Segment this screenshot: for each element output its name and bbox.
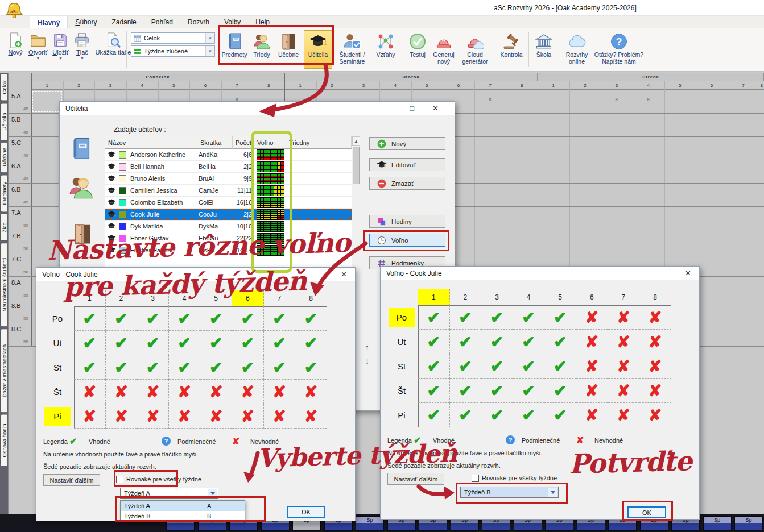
sidebar-tab-osnova-hod-n[interactable]: Osnova hodín xyxy=(0,414,7,467)
selected-timetable-cell[interactable] xyxy=(32,91,62,112)
period-header[interactable]: 4 xyxy=(513,289,545,305)
day-label-po[interactable]: Po xyxy=(389,308,415,327)
ribbon-triedy-button[interactable]: Triedy xyxy=(250,30,273,69)
class-cell-8-a[interactable]: 8.A55 xyxy=(8,276,31,300)
availability-cell[interactable]: ✔ xyxy=(74,306,106,331)
sidebar-tab-dozor-v-miestnostiach[interactable]: Dozor v miestnostiach xyxy=(0,329,7,413)
availability-cell[interactable]: ✔ xyxy=(418,403,450,427)
menu-tab-rozvrh[interactable]: Rozvrh xyxy=(180,16,217,28)
dialog-title-bar[interactable]: Voľno - Cook Julie xyxy=(381,267,699,280)
availability-cell[interactable]: ✔ xyxy=(295,355,327,380)
teacher-row-ebner-gustav[interactable]: Ebner GustavEbnGu22|22 xyxy=(105,232,352,244)
day-label-ut[interactable]: Ut xyxy=(44,334,71,352)
availability-cell[interactable]: ✔ xyxy=(418,305,450,330)
sidebar-tab-iaci[interactable]: Žiaci xyxy=(0,214,7,241)
availability-cell[interactable]: ✔ xyxy=(513,330,545,354)
period-header[interactable]: 3 xyxy=(137,290,169,306)
class-cell-7-b[interactable]: 7.B50 xyxy=(8,230,31,253)
availability-cell[interactable]: ✔ xyxy=(169,355,201,380)
column-header-triedny[interactable]: Triedny xyxy=(286,136,346,149)
chevron-down-icon[interactable]: ▾ xyxy=(81,56,83,61)
ribbon-nov-button[interactable]: Nový xyxy=(6,31,25,56)
hodiny-button[interactable]: Hodiny xyxy=(369,215,445,228)
period-header[interactable]: 5 xyxy=(544,289,576,305)
menu-tab-s-bory[interactable]: Súbory xyxy=(68,16,104,28)
editova-button[interactable]: Editovať xyxy=(369,158,445,171)
close-icon[interactable]: ✕ xyxy=(341,270,347,279)
sidebar-tab-celok[interactable]: Celok xyxy=(0,74,7,101)
nov-button[interactable]: Nový xyxy=(369,137,445,150)
day-label-pi[interactable]: Pi xyxy=(389,406,415,425)
menu-tab-zadanie[interactable]: Zadanie xyxy=(104,16,143,28)
availability-cell[interactable]: ✘ xyxy=(137,404,169,429)
dialog-title-bar[interactable]: Voľno - Cook Julie xyxy=(36,268,355,281)
availability-cell[interactable]: ✘ xyxy=(639,330,671,354)
sidebar-tab-u-ebne[interactable]: Učebne xyxy=(0,142,7,173)
availability-cell[interactable]: ✘ xyxy=(264,404,296,429)
week-option-t-de-a[interactable]: Týždeň AA xyxy=(121,501,245,511)
day-label-pi[interactable]: Pi xyxy=(44,407,71,426)
class-cell-8-c[interactable]: 8.C55 xyxy=(8,323,31,346)
chevron-down-icon[interactable]: ▼ xyxy=(205,46,214,56)
ribbon-u-itelia-button[interactable]: Učitelia xyxy=(304,30,332,69)
availability-cell[interactable]: ✘ xyxy=(200,380,232,404)
availability-cell[interactable]: ✘ xyxy=(639,305,671,330)
availability-cell[interactable]: ✔ xyxy=(544,403,576,427)
period-header[interactable]: 1 xyxy=(74,290,106,306)
classes-icon[interactable] xyxy=(68,174,94,203)
day-label-po[interactable]: Po xyxy=(44,309,71,328)
close-icon[interactable]: ✕ xyxy=(432,104,439,113)
availability-cell[interactable]: ✔ xyxy=(74,331,106,355)
week-select[interactable]: Týždeň B xyxy=(460,487,559,498)
availability-cell[interactable]: ✘ xyxy=(608,379,640,403)
availability-cell[interactable]: ✘ xyxy=(106,380,138,404)
period-header[interactable]: 2 xyxy=(450,289,482,305)
availability-cell[interactable]: ✔ xyxy=(418,330,450,354)
class-cell-5-a[interactable]: 5.A45 xyxy=(8,90,31,113)
close-icon[interactable]: ✕ xyxy=(685,269,691,277)
availability-cell[interactable]: ✘ xyxy=(576,305,608,330)
week-select[interactable]: Týždeň A xyxy=(120,488,218,499)
availability-cell[interactable]: ✘ xyxy=(608,330,640,354)
class-cell-6-b[interactable]: 6.B49 xyxy=(8,183,31,206)
availability-cell[interactable]: ✔ xyxy=(137,331,169,355)
availability-cell[interactable]: ✘ xyxy=(639,379,671,403)
availability-cell[interactable]: ✔ xyxy=(450,305,482,330)
availability-cell[interactable]: ✔ xyxy=(481,330,513,354)
ribbon-predmety-button[interactable]: Predmety xyxy=(220,30,249,69)
menu-tab-hlavn[interactable]: Hlavný xyxy=(30,16,68,28)
availability-cell[interactable]: ✔ xyxy=(418,379,450,403)
availability-cell[interactable]: ✔ xyxy=(137,355,169,380)
set-next-button[interactable]: Nastaviť ďalším xyxy=(387,473,444,485)
availability-cell[interactable]: ✔ xyxy=(513,403,545,427)
asc-logo[interactable]: aSc xyxy=(5,1,25,18)
subjects-icon[interactable] xyxy=(69,137,93,163)
availability-cell[interactable]: ✔ xyxy=(513,379,545,403)
availability-cell[interactable]: ✔ xyxy=(232,331,264,355)
availability-cell[interactable]: ✘ xyxy=(74,404,106,429)
day-label-st[interactable]: St xyxy=(389,357,415,376)
day-label-st[interactable]: St xyxy=(44,358,71,377)
availability-cell[interactable]: ✔ xyxy=(232,306,264,331)
lesson-card[interactable]: Sp xyxy=(703,516,732,531)
availability-cell[interactable]: ✔ xyxy=(74,355,106,380)
availability-cell[interactable]: ✔ xyxy=(200,331,232,355)
ribbon-kola-button[interactable]: Škola xyxy=(531,30,556,69)
class-cell-5-c[interactable]: 5.C46 xyxy=(8,136,31,160)
availability-cell[interactable]: ✔ xyxy=(450,354,482,379)
availability-cell[interactable]: ✘ xyxy=(137,380,169,404)
availability-cell[interactable]: ✘ xyxy=(608,354,640,379)
teacher-row-anderson-katherine[interactable]: Anderson KatherineAndKa6|6 xyxy=(105,149,352,161)
view-select-1[interactable]: Týždne zlúčené▼ xyxy=(131,45,215,57)
menu-tab-volby[interactable]: Volby xyxy=(217,16,248,28)
chevron-down-icon[interactable]: ▾ xyxy=(59,56,61,61)
availability-cell[interactable]: ✔ xyxy=(169,331,201,355)
column-header-po-et[interactable]: Počet xyxy=(233,136,254,149)
availability-cell[interactable]: ✘ xyxy=(639,403,671,427)
ribbon-cloud-gener-tor-button[interactable]: Cloud generátor xyxy=(459,30,492,69)
ribbon-otvori-button[interactable]: Otvoriť▾ xyxy=(27,31,48,61)
availability-cell[interactable]: ✔ xyxy=(513,354,545,379)
ribbon-ot-zky-probl-m-nap-te-n-m-button[interactable]: ?Otázky? Problém? Napíšte nám xyxy=(593,30,645,69)
availability-cell[interactable]: ✔ xyxy=(200,355,232,380)
availability-cell[interactable]: ✔ xyxy=(544,330,576,354)
